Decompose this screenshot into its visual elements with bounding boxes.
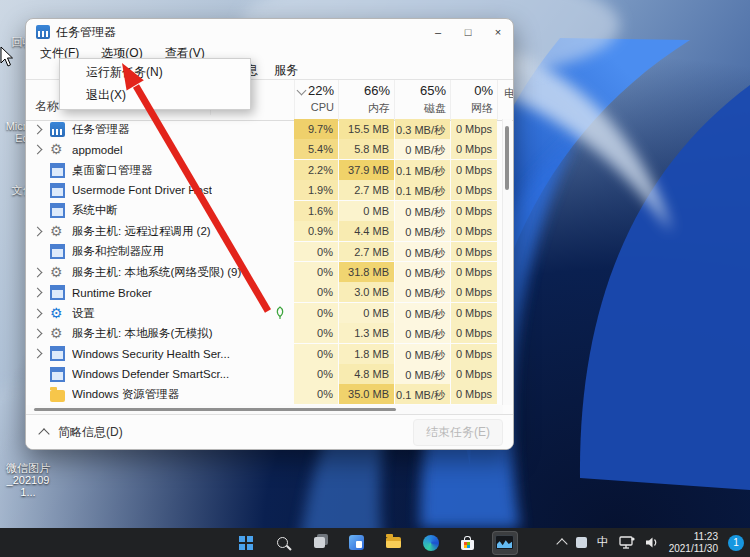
details-toggle[interactable]: 简略信息(D) <box>58 424 123 441</box>
process-row[interactable]: 桌面窗口管理器 2.2% 37.9 MB 0.1 MB/秒 0 Mbps <box>26 160 513 180</box>
memory-cell: 0 MB <box>339 303 394 323</box>
title-bar[interactable]: 任务管理器 – □ × <box>26 19 513 45</box>
disk-cell: 0.1 MB/秒 <box>395 384 450 404</box>
disk-cell: 0 MB/秒 <box>395 323 450 343</box>
disk-cell: 0.1 MB/秒 <box>395 160 450 180</box>
process-icon <box>50 346 65 361</box>
clock[interactable]: 11:23 2021/11/30 <box>669 531 718 555</box>
process-row[interactable]: 服务主机: 本地服务(无模拟) 0% 1.3 MB 0 MB/秒 0 Mbps <box>26 323 513 343</box>
window-footer: 简略信息(D) 结束任务(E) <box>26 414 513 449</box>
expand-chevron-icon[interactable] <box>33 308 43 318</box>
tray-app-icon[interactable] <box>576 537 587 548</box>
network-cell: 0 Mbps <box>451 262 497 282</box>
process-row[interactable]: 设置 0% 0 MB 0 MB/秒 0 Mbps <box>26 303 513 323</box>
memory-cell: 4.8 MB <box>339 364 394 384</box>
network-cell: 0 Mbps <box>451 323 497 343</box>
disk-cell: 0 MB/秒 <box>395 201 450 221</box>
network-cell: 0 Mbps <box>451 384 497 404</box>
taskbar-icon-start[interactable] <box>233 531 259 555</box>
window-title: 任务管理器 <box>56 24 116 41</box>
end-task-button[interactable]: 结束任务(E) <box>413 419 503 446</box>
taskbar-icon-task-manager[interactable] <box>492 531 518 555</box>
memory-cell: 2.7 MB <box>339 180 394 200</box>
taskbar-icon-widgets[interactable] <box>344 531 370 555</box>
process-list: 任务管理器 9.7% 15.5 MB 0.3 MB/秒 0 Mbps appmo… <box>26 119 513 405</box>
taskbar-icon-task-view[interactable] <box>307 531 333 555</box>
task-manager-window: 任务管理器 – □ × 文件(F)选项(O)查看(V) 动用户详细信息服务 运行… <box>25 18 514 450</box>
network-cell: 0 Mbps <box>451 119 497 139</box>
process-row[interactable]: Usermode Font Driver Host 1.9% 2.7 MB 0.… <box>26 180 513 200</box>
disk-cell: 0 MB/秒 <box>395 282 450 302</box>
usage-column-header[interactable]: 电 <box>497 80 514 120</box>
vertical-scrollbar-thumb[interactable] <box>505 126 509 190</box>
disk-cell: 0 MB/秒 <box>395 344 450 364</box>
expand-chevron-icon[interactable] <box>33 267 43 277</box>
ime-indicator[interactable]: 中 <box>597 534 609 551</box>
process-row[interactable]: 服务主机: 本地系统(网络受限) (9) 0% 31.8 MB 0 MB/秒 0… <box>26 262 513 282</box>
process-row[interactable]: Windows Security Health Ser... 0% 1.8 MB… <box>26 344 513 364</box>
expand-chevron-icon[interactable] <box>33 145 43 155</box>
memory-cell: 37.9 MB <box>339 160 394 180</box>
horizontal-scrollbar[interactable] <box>26 405 503 414</box>
notification-badge[interactable]: 1 <box>728 535 744 551</box>
tray-chevron-icon[interactable] <box>556 538 567 549</box>
maximize-button[interactable]: □ <box>453 19 483 45</box>
taskbar-icon-file-explorer[interactable] <box>381 531 407 555</box>
horizontal-scrollbar-thumb[interactable] <box>34 408 396 411</box>
expand-chevron-icon[interactable] <box>33 328 43 338</box>
usage-column-header[interactable]: 66% 内存 <box>338 80 394 120</box>
process-row[interactable]: 任务管理器 9.7% 15.5 MB 0.3 MB/秒 0 Mbps <box>26 119 513 139</box>
process-icon <box>50 122 65 137</box>
vertical-scrollbar[interactable] <box>502 119 512 405</box>
network-icon[interactable] <box>619 536 635 549</box>
network-cell: 0 Mbps <box>451 201 497 221</box>
menu-item[interactable]: 运行新任务(N) <box>60 61 250 84</box>
usage-column-header[interactable]: 0% 网络 <box>450 80 497 120</box>
close-button[interactable]: × <box>483 19 513 45</box>
column-name[interactable]: 名称 <box>35 98 59 115</box>
taskbar-icon-edge[interactable] <box>418 531 444 555</box>
details-chevron-icon[interactable] <box>38 428 49 439</box>
network-cell: 0 Mbps <box>451 344 497 364</box>
process-icon <box>50 183 65 198</box>
process-icon <box>50 326 65 341</box>
process-row[interactable]: 服务和控制器应用 0% 2.7 MB 0 MB/秒 0 Mbps <box>26 242 513 262</box>
process-icon <box>50 244 65 259</box>
process-row[interactable]: Windows Defender SmartScr... 0% 4.8 MB 0… <box>26 364 513 384</box>
tray-time: 11:23 <box>669 531 718 543</box>
expand-chevron-icon[interactable] <box>33 226 43 236</box>
memory-cell: 35.0 MB <box>339 384 394 404</box>
tab[interactable]: 服务 <box>274 61 298 79</box>
process-icon <box>50 163 65 178</box>
taskbar-icon-search[interactable] <box>270 531 296 555</box>
volume-icon[interactable] <box>645 536 659 549</box>
cpu-cell: 0% <box>294 344 338 364</box>
process-row[interactable]: appmodel 5.4% 5.8 MB 0 MB/秒 0 Mbps <box>26 139 513 159</box>
expand-chevron-icon[interactable] <box>33 349 43 359</box>
minimize-button[interactable]: – <box>423 19 453 45</box>
usage-column-header[interactable]: 22% CPU <box>294 80 338 120</box>
cpu-cell: 5.4% <box>294 139 338 159</box>
usage-column-header[interactable]: 65% 磁盘 <box>394 80 450 120</box>
desktop: 回收站 Microsoft Edge 文件夹 微信图片_2021091... <box>0 0 750 557</box>
process-row[interactable]: 系统中断 1.6% 0 MB 0 MB/秒 0 Mbps <box>26 201 513 221</box>
cpu-cell: 0% <box>294 323 338 343</box>
disk-cell: 0 MB/秒 <box>395 242 450 262</box>
system-tray: 中 11:23 2021/11/30 1 <box>558 528 744 557</box>
cpu-cell: 0% <box>294 303 338 323</box>
expand-chevron-icon[interactable] <box>33 288 43 298</box>
process-icon <box>50 224 65 239</box>
tray-date: 2021/11/30 <box>669 543 718 555</box>
expand-chevron-icon[interactable] <box>33 124 43 134</box>
network-cell: 0 Mbps <box>451 180 497 200</box>
process-row[interactable]: 服务主机: 远程过程调用 (2) 0.9% 4.4 MB 0 MB/秒 0 Mb… <box>26 221 513 241</box>
taskbar-icon-store[interactable] <box>455 531 481 555</box>
network-cell: 0 Mbps <box>451 303 497 323</box>
menu-item[interactable]: 退出(X) <box>60 84 250 107</box>
cpu-cell: 0% <box>294 282 338 302</box>
process-row[interactable]: Windows 资源管理器 0% 35.0 MB 0.1 MB/秒 0 Mbps <box>26 384 513 404</box>
memory-cell: 31.8 MB <box>339 262 394 282</box>
taskbar: 中 11:23 2021/11/30 1 <box>0 528 750 557</box>
disk-cell: 0.3 MB/秒 <box>395 119 450 139</box>
process-row[interactable]: Runtime Broker 0% 3.0 MB 0 MB/秒 0 Mbps <box>26 282 513 302</box>
